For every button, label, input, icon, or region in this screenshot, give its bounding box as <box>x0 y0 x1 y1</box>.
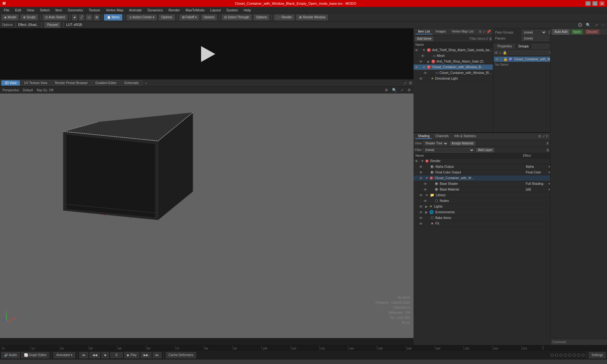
eye-shader-lights[interactable]: 👁 <box>419 205 423 209</box>
gear-icon[interactable]: ⚙ <box>578 21 583 28</box>
item-tree[interactable]: 👁 ▼ Anti_Theft_Shop_Alarm_Gate_modo_ba..… <box>414 47 493 132</box>
tab-render-preset[interactable]: Render Preset Browser <box>52 80 91 86</box>
tab-info-stats[interactable]: Info & Statistics <box>452 134 479 139</box>
paused-button[interactable]: Paused <box>44 22 61 28</box>
shader-render[interactable]: 👁 ▼ Render <box>414 158 550 164</box>
add-item-button[interactable]: Add Item ▾ <box>415 36 433 41</box>
menu-texture[interactable]: Texture <box>86 8 103 13</box>
close-button[interactable]: ✕ <box>599 1 604 6</box>
tab-vertex-map[interactable]: Vertex Map List <box>449 29 476 34</box>
edge-mode-button[interactable]: ╱ <box>79 14 84 21</box>
eye-icon-closet[interactable]: 👁 <box>415 65 418 69</box>
expand-anti[interactable]: ▼ <box>422 48 426 52</box>
il-gear-icon[interactable]: ⚙ <box>479 30 482 34</box>
eye-shader-env[interactable]: 👁 <box>419 210 423 214</box>
item-mode-button[interactable]: ⊞ <box>94 14 100 21</box>
eye-icon-cmesh[interactable]: 👁 <box>424 71 427 75</box>
menu-maxtomodo[interactable]: MaxToModo <box>183 8 207 13</box>
tab-gradient-editor[interactable]: Gradient Editor <box>92 80 120 86</box>
menu-help[interactable]: Help <box>241 8 254 13</box>
eye-shader-base[interactable]: 👁 <box>424 182 427 186</box>
shader-final-color[interactable]: 👁 Final Color Output Final Color ▾ <box>414 170 550 175</box>
tree-item-dir-light[interactable]: 👁 ☀ Directional Light <box>414 76 493 82</box>
cache-deformers-button[interactable]: Cache Deformers <box>166 352 196 358</box>
eye-icon-light[interactable]: 👁 <box>419 77 423 81</box>
filter-select-shading[interactable]: (none) <box>423 148 474 153</box>
menu-animate[interactable]: Animate <box>126 8 144 13</box>
play-button[interactable] <box>197 45 216 64</box>
select-through-button[interactable]: ⊟ Select Through <box>221 14 252 21</box>
step-back-button[interactable]: ◀◀ <box>89 352 100 358</box>
model-button[interactable]: ◈ Model <box>1 14 19 21</box>
menu-geometry[interactable]: Geometry <box>65 8 85 13</box>
action-center-button[interactable]: ⊙ Action Center ▾ <box>126 14 157 21</box>
sculpt-button[interactable]: ⊕ Sculpt <box>20 14 38 21</box>
eye-shader-lib[interactable]: 👁 <box>419 193 423 197</box>
tab-shading[interactable]: Shading <box>415 134 432 139</box>
menu-edit[interactable]: Edit <box>13 8 24 13</box>
tab-3d-view[interactable]: 3D View <box>1 80 20 86</box>
audio-button[interactable]: 🔊 Audio <box>1 352 20 358</box>
shader-nodes[interactable]: 👁 ⬡ Nodes <box>414 198 550 204</box>
search-icon[interactable]: 🔍 <box>586 23 591 27</box>
eye-shader-fx[interactable]: 👁 <box>419 222 423 226</box>
grp-eye-icon[interactable]: 👁 <box>494 51 498 55</box>
tab-uv-texture[interactable]: UV Texture View <box>21 80 51 86</box>
shader-tree-select[interactable]: Shader Tree <box>423 141 448 146</box>
more-icon[interactable]: ⋯ <box>601 23 605 27</box>
stop-button[interactable]: ■ <box>101 352 109 358</box>
menu-file[interactable]: File <box>1 8 12 13</box>
animated-button[interactable]: Animated ▾ <box>53 352 75 358</box>
shader-alpha-output[interactable]: 👁 Alpha Output Alpha ▾ <box>414 164 550 170</box>
il-pin-icon[interactable]: 📌 <box>487 30 491 34</box>
vp-settings-icon[interactable]: ⚙ <box>385 88 388 92</box>
eye-icon-gate[interactable]: 👁 <box>419 60 423 64</box>
play-fwd-button[interactable]: ▶ Play <box>124 352 139 358</box>
menu-item[interactable]: Item <box>53 8 64 13</box>
tab-properties[interactable]: Properties <box>494 44 515 49</box>
menu-layout[interactable]: Layout <box>208 8 223 13</box>
expand-closet-shader[interactable]: ▼ <box>425 176 428 180</box>
eye-shader-bake[interactable]: 👁 <box>419 216 423 220</box>
minimize-button[interactable]: ─ <box>586 1 591 6</box>
step-fwd-button[interactable]: ▶▶ <box>141 352 151 358</box>
menu-system[interactable]: System <box>224 8 241 13</box>
vp-search-icon[interactable]: 🔍 <box>392 88 397 92</box>
skip-back-button[interactable]: ⏮ <box>79 352 88 358</box>
render-button[interactable]: 🎥 Render <box>274 14 295 21</box>
shader-lights[interactable]: 👁 ▶ ☀ Lights <box>414 204 550 209</box>
viewport-3d[interactable]: Perspective Default Ray GL: Off ⚙ 🔍 ⤢ ⚙ <box>0 87 414 338</box>
eye-shader-alpha[interactable]: 👁 <box>419 165 423 169</box>
shader-tree[interactable]: 👁 ▼ Render 👁 Alpha Output Alpha ▾ <box>414 158 550 345</box>
shader-bake[interactable]: 👁 ⬡ Bake Items <box>414 215 550 221</box>
grp-lock-icon[interactable]: 🔒 <box>503 51 507 55</box>
tree-item-closet-mesh[interactable]: 👁 ▭ Closet_Container_with_Window_Black..… <box>414 70 493 76</box>
eye-shader-render[interactable]: 👁 <box>415 159 418 163</box>
settings-button[interactable]: Settings <box>589 352 606 358</box>
group-item-closet[interactable]: 👁 ○ 🔒 Closet_Container_with_Wind... <box>494 57 559 62</box>
add-tab-button[interactable]: + <box>143 81 149 86</box>
tab-groups[interactable]: Groups <box>515 44 532 49</box>
assign-material-button[interactable]: Assign Material <box>450 141 475 146</box>
tab-schematic[interactable]: Schematic <box>121 80 143 86</box>
auto-select-button[interactable]: ⊡ Auto Select <box>42 14 68 21</box>
expand-lights[interactable]: ▶ <box>425 205 428 208</box>
add-layer-button[interactable]: Add Layer <box>476 148 495 153</box>
expand-closet[interactable]: ▼ <box>422 65 426 69</box>
skip-fwd-button[interactable]: ⏭ <box>153 352 162 358</box>
shading-expand-icon[interactable]: ⤢ <box>542 134 545 138</box>
expand-library[interactable]: ▼ <box>425 193 428 197</box>
apply-button[interactable]: Apply <box>571 29 583 35</box>
eye-shader-final[interactable]: 👁 <box>419 171 423 174</box>
expand-render[interactable]: ▼ <box>421 159 424 163</box>
tree-item-mesh-anti[interactable]: 👁 ▭ Mesh <box>414 53 493 59</box>
eye-shader-nodes[interactable]: 👁 <box>424 199 427 203</box>
vp-more-icon[interactable]: ⚙ <box>408 88 411 92</box>
poly-mode-button[interactable]: ▭ <box>86 14 92 21</box>
tab-channels[interactable]: Channels <box>433 134 451 139</box>
shading-f-icon[interactable]: F <box>547 142 549 145</box>
items-button[interactable]: 📋 Items <box>104 14 122 21</box>
tree-item-gate[interactable]: 👁 ▶ Anti_Theft_Shop_Alarm_Gate (2) <box>414 59 493 64</box>
resize-icon[interactable]: ⤢ <box>595 23 598 27</box>
shader-fx[interactable]: 👁 ★ FX <box>414 221 550 227</box>
